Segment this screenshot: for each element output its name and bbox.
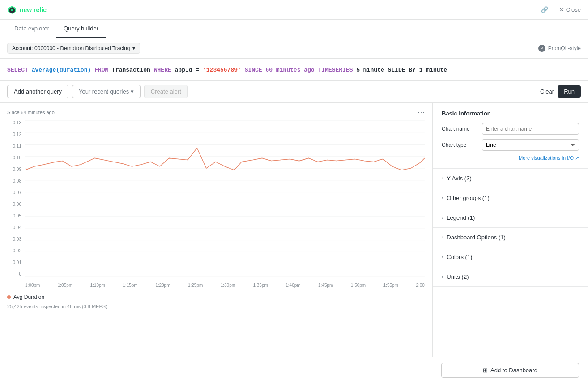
basic-info-section: Basic information Chart name Chart type … [433,103,588,169]
chart-menu-button[interactable]: ⋯ [418,108,425,117]
legend-label: Avg Duration [13,294,44,300]
other-groups-label: Other groups (1) [447,195,489,201]
app-name: new relic [20,6,47,13]
chart-area: Since 64 minutes ago ⋯ 0.13 0.12 0.11 0.… [0,103,432,383]
x-label-11: 1:55pm [383,283,398,288]
create-alert-button: Create alert [144,85,188,98]
run-button[interactable]: Run [558,85,581,98]
y-axis-labels: 0.13 0.12 0.11 0.10 0.09 0.08 0.07 0.06 … [7,120,23,277]
query-timeseries: TIMESERIES [318,67,353,73]
query-value: '123456789' [203,67,241,73]
query-where: WHERE [154,67,171,73]
right-panel: Basic information Chart name Chart type … [432,103,588,383]
recent-queries-chevron: ▾ [131,88,134,95]
chart-header: Since 64 minutes ago ⋯ [7,108,425,117]
close-x-icon: ✕ [559,6,564,13]
y-label-6: 0.07 [7,190,21,195]
account-chevron-icon: ▾ [132,45,135,51]
dashboard-options-chevron-icon: › [442,235,443,240]
x-label-8: 1:40pm [285,283,300,288]
logo: new relic [7,5,47,15]
promql-toggle[interactable]: P PromQL-style [538,45,581,52]
link-icon[interactable]: 🔗 [541,6,548,13]
chart-svg-container [25,120,425,277]
recent-queries-button[interactable]: Your recent queries ▾ [72,85,141,98]
close-label: Close [566,6,581,13]
bottom-spacer [433,287,588,314]
colors-section[interactable]: › Colors (1) [433,247,588,267]
query-table: Transaction [112,67,150,73]
chart-type-select[interactable]: Line Area Bar Pie Table Billboard Gauge [482,139,579,151]
account-label: Account: 0000000 - Demotron Distributed … [12,45,130,51]
toolbar: Add another query Your recent queries ▾ … [0,81,588,103]
units-section[interactable]: › Units (2) [433,267,588,287]
y-axis-section[interactable]: › Y Axis (3) [433,169,588,188]
tab-data-explorer[interactable]: Data explorer [7,20,56,38]
x-label-5: 1:25pm [188,283,203,288]
account-bar: Account: 0000000 - Demotron Distributed … [0,38,588,59]
chart-subtitle: Since 64 minutes ago [7,110,55,115]
dashboard-options-label: Dashboard Options (1) [447,234,506,241]
divider [554,6,554,14]
y-label-11: 0.02 [7,248,21,253]
query-display[interactable]: SELECT average(duration) FROM Transactio… [0,59,588,81]
recent-queries-label: Your recent queries [79,88,129,95]
y-axis-chevron-icon: › [442,176,443,181]
line-chart [25,120,425,277]
y-label-4: 0.09 [7,167,21,172]
query-since: SINCE 60 minutes ago [245,67,315,73]
topbar-actions: 🔗 ✕ Close [541,6,581,14]
units-chevron-icon: › [442,274,443,279]
units-label: Units (2) [447,273,469,280]
y-label-12: 0.01 [7,260,21,265]
y-label-13: 0 [7,272,21,277]
add-to-dashboard-button[interactable]: ⊞ Add to Dashboard [441,363,579,378]
x-label-7: 1:35pm [253,283,268,288]
svg-point-2 [11,9,13,11]
more-viz-label: More visualizations in I/O [519,155,575,161]
more-viz-link[interactable]: More visualizations in I/O ↗ [442,155,579,161]
y-label-5: 0.08 [7,179,21,183]
x-label-4: 1:20pm [155,283,170,288]
dashboard-icon: ⊞ [483,367,488,374]
legend-section[interactable]: › Legend (1) [433,208,588,228]
y-label-1: 0.12 [7,132,21,137]
x-axis-labels: 1:00pm 1:05pm 1:10pm 1:15pm 1:20pm 1:25p… [25,281,425,290]
x-label-10: 1:50pm [351,283,366,288]
x-label-3: 1:15pm [123,283,137,288]
topbar: new relic 🔗 ✕ Close [0,0,588,20]
legend-color-dot [7,295,11,299]
basic-info-title: Basic information [442,110,579,117]
add-query-button[interactable]: Add another query [7,85,68,98]
other-groups-section[interactable]: › Other groups (1) [433,188,588,208]
query-rest: 5 minute SLIDE BY 1 minute [356,67,447,73]
clear-button[interactable]: Clear [540,88,554,95]
colors-chevron-icon: › [442,255,443,260]
legend-chevron-icon: › [442,215,443,220]
chart-name-input[interactable] [482,123,579,135]
y-axis-label: Y Axis (3) [447,175,471,182]
x-label-9: 1:45pm [318,283,333,288]
chart-name-label: Chart name [442,126,477,132]
y-label-9: 0.04 [7,225,21,230]
account-selector[interactable]: Account: 0000000 - Demotron Distributed … [7,43,140,54]
y-label-8: 0.05 [7,213,21,218]
colors-label: Colors (1) [447,254,472,260]
x-label-1: 1:05pm [58,283,72,288]
toolbar-left: Add another query Your recent queries ▾ … [7,85,188,98]
main-content: Since 64 minutes ago ⋯ 0.13 0.12 0.11 0.… [0,103,588,383]
dashboard-options-section[interactable]: › Dashboard Options (1) [433,228,588,247]
chart-legend: Avg Duration [7,294,425,300]
query-function: average(duration) [32,67,91,73]
chart-container: 0.13 0.12 0.11 0.10 0.09 0.08 0.07 0.06 … [7,120,425,290]
y-label-7: 0.06 [7,202,21,207]
other-groups-chevron-icon: › [442,196,443,200]
toolbar-right: Clear Run [540,85,581,98]
close-button[interactable]: ✕ Close [559,6,581,13]
legend-section-label: Legend (1) [447,214,475,221]
x-label-6: 1:30pm [221,283,235,288]
x-label-12: 2:00 [416,283,424,288]
promql-icon: P [538,45,545,52]
chart-footer: 25,425 events inspected in 46 ms (0.8 ME… [7,304,425,309]
tab-query-builder[interactable]: Query builder [56,20,106,38]
